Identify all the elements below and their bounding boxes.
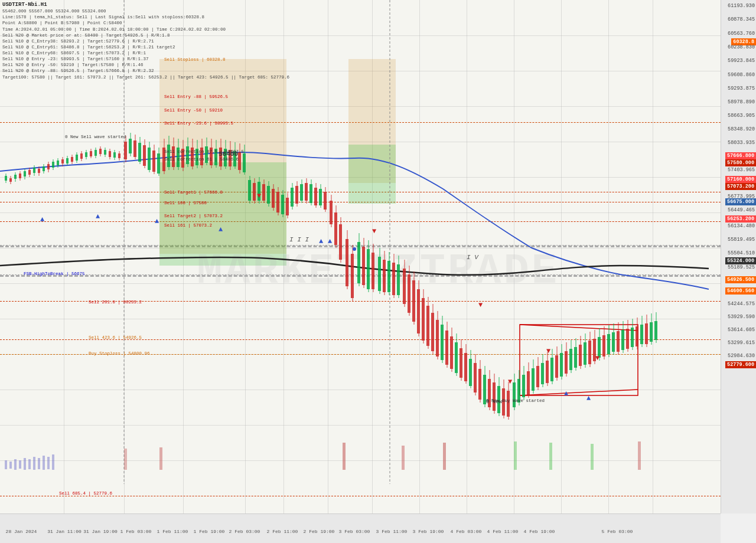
sell423-line xyxy=(0,339,721,340)
price-56675-highlight: 56675.000 xyxy=(725,198,756,205)
price-54926-highlight: 54926.500 xyxy=(725,276,756,283)
grid-line xyxy=(0,460,721,461)
grid-line-v xyxy=(419,0,420,513)
time-feb3-03: 3 Feb 03:00 xyxy=(339,529,370,534)
price-60563: 60563.760 xyxy=(728,31,755,37)
info-line9: Sell %10 @ Entry -23: 58993.5 | Target:5… xyxy=(2,56,289,62)
price-57160-highlight: 57160.000 xyxy=(725,176,756,183)
price-58033: 58033.935 xyxy=(728,140,755,146)
price-58348: 58348.920 xyxy=(728,126,755,132)
time-jan28: 28 Jan 2024 xyxy=(6,529,37,534)
price-axis: 61193.930 60878.345 60563.760 60328.8 60… xyxy=(721,0,756,513)
roman-4: I V xyxy=(467,254,478,261)
price-55504: 55504.510 xyxy=(728,250,755,256)
info-line2: Line:1578 | tema_h1_status: Sell | Last … xyxy=(2,14,289,20)
price-60238: 60238.830 xyxy=(728,44,755,50)
grid-line xyxy=(0,319,721,319)
time-feb1-19: 1 Feb 19:00 xyxy=(194,529,225,534)
time-feb3-11: 3 Feb 11:00 xyxy=(376,529,408,534)
price-55819: 55819.495 xyxy=(728,237,755,243)
buy-zone-right xyxy=(348,145,396,204)
grid-line-v xyxy=(608,0,609,513)
price-58663: 58663.905 xyxy=(728,113,755,119)
time-feb1-11: 1 Feb 11:00 xyxy=(157,529,188,534)
roman-3: I I I xyxy=(289,236,309,243)
info-line4: Time A:2024.02.01 05:00:00 | Time B:2024… xyxy=(2,27,289,32)
price-52779-highlight: 52779.600 xyxy=(725,361,756,368)
grid-line xyxy=(0,212,721,213)
sell-target2-line xyxy=(0,221,721,222)
info-line8: Sell %10 @ C_Entry68: 58697.5 | Target:5… xyxy=(2,50,289,56)
price-61193: 61193.930 xyxy=(728,3,755,9)
grid-line-v xyxy=(328,0,328,513)
price-53299: 53299.615 xyxy=(728,340,755,346)
chart-info: USDTIRT-Nbi.H1 55462.000 55567.000 55324… xyxy=(2,1,289,80)
price-55324-highlight: 55324.000 xyxy=(725,257,756,264)
buystoploss-line xyxy=(0,354,721,355)
price-58978: 58978.890 xyxy=(728,99,755,105)
sell261-line xyxy=(0,245,721,247)
info-line5: Sell %20 @ Market price or at: 58400 | T… xyxy=(2,32,289,38)
grid-line xyxy=(0,390,721,390)
time-axis: 28 Jan 2024 31 Jan 11:00 31 Jan 19:00 1 … xyxy=(0,513,721,543)
chart-title: USDTIRT-Nbi.H1 xyxy=(2,1,289,8)
price-53614: 53614.605 xyxy=(728,327,755,333)
price-55189: 55189.525 xyxy=(728,264,755,270)
time-feb4-19: 4 Feb 19:00 xyxy=(524,529,555,534)
price-60878: 60878.345 xyxy=(728,17,755,22)
info-line11: Sell %20 @ Entry -88: 59526.5 | Target:5… xyxy=(2,68,289,74)
grid-line-v xyxy=(653,0,653,513)
price-52984: 52984.630 xyxy=(728,353,755,359)
info-line7: Sell %10 @ C_Entry61: 58486.8 | Target:5… xyxy=(2,44,289,50)
time-feb2-03: 2 Feb 03:00 xyxy=(229,529,260,534)
grid-line xyxy=(0,425,721,426)
grid-line xyxy=(0,248,721,248)
fsb-line xyxy=(0,274,721,277)
chart-container: MARKETIZTRADE xyxy=(0,0,756,543)
price-57580-highlight: 57580.000 xyxy=(725,159,756,166)
grid-line-v xyxy=(514,0,514,513)
price-56253-highlight: 56253.200 xyxy=(725,215,756,223)
time-feb5-03: 5 Feb 03:00 xyxy=(602,529,633,534)
price-57403: 57403.965 xyxy=(728,167,755,173)
time-feb2-11: 2 Feb 11:00 xyxy=(267,529,298,534)
price-56134: 56134.480 xyxy=(728,223,755,229)
sell261-line2 xyxy=(0,301,721,302)
time-jan31-11: 31 Jan 11:00 xyxy=(47,529,82,534)
price-59608: 59608.860 xyxy=(728,72,755,78)
price-53929: 53929.590 xyxy=(728,314,755,320)
time-feb4-03: 4 Feb 03:00 xyxy=(451,529,482,534)
price-57666-highlight: 57666.800 xyxy=(725,152,756,159)
time-feb2-19: 2 Feb 19:00 xyxy=(304,529,335,534)
info-line12: Target100: 57580 || Target 161: 57073.2 … xyxy=(2,74,289,80)
grid-line xyxy=(0,283,721,284)
grid-line-v xyxy=(561,0,562,513)
price-56449: 56449.465 xyxy=(728,207,755,213)
info-line1: 55462.000 55567.000 55324.000 55324.000 xyxy=(2,8,289,14)
sell685-line xyxy=(0,496,721,496)
time-feb1-03: 1 Feb 03:00 xyxy=(120,529,152,534)
price-57073-highlight: 57073.200 xyxy=(725,183,756,190)
info-line3: Point A:58800 | Point B:57980 | Point C:… xyxy=(2,20,289,26)
price-54600-highlight: 54600.560 xyxy=(725,287,756,295)
time-feb4-11: 4 Feb 11:00 xyxy=(487,529,519,534)
sell-zone-green xyxy=(159,162,286,266)
info-line10: Sell %20 @ Entry -50: 59210 | Target:575… xyxy=(2,62,289,68)
price-59293: 59293.875 xyxy=(728,86,755,91)
price-59923: 59923.845 xyxy=(728,58,755,64)
info-line6: Sell %10 @ C_Entry38: 58293.2 | Target:5… xyxy=(2,38,289,44)
time-jan31-19: 31 Jan 19:00 xyxy=(83,529,118,534)
time-feb3-19: 3 Feb 19:00 xyxy=(413,529,444,534)
price-54244: 54244.575 xyxy=(728,301,755,307)
